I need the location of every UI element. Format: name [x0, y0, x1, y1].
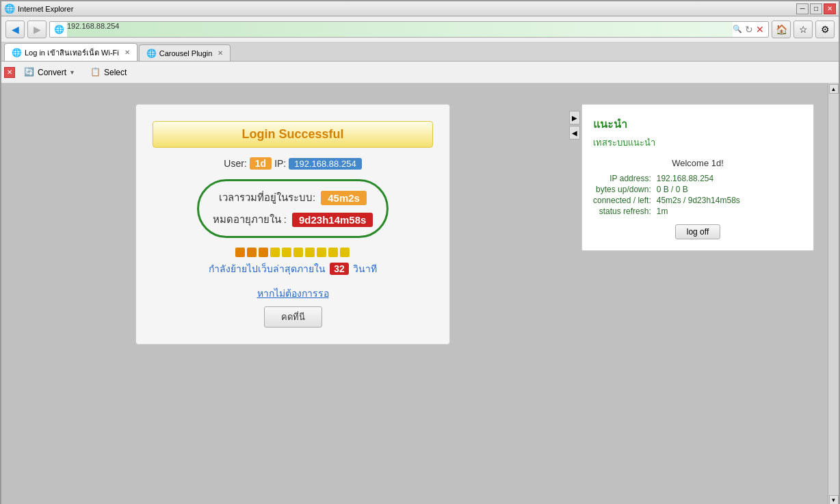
right-panel-container: ▶ ◀ แนะนำ เทสระบบแนะนำ Welcome 1d! IP ad… [581, 97, 814, 492]
stop-icon[interactable]: ✕ [756, 24, 764, 35]
panel-toggle-up[interactable]: ▶ [569, 111, 580, 124]
panel-toggle: ▶ ◀ [569, 111, 580, 140]
home-button[interactable]: 🏠 [772, 21, 791, 38]
expires-value: 9d23h14m58s [292, 213, 373, 227]
prog-bar-2 [247, 248, 257, 257]
tab-close-carousel[interactable]: ✕ [218, 49, 223, 57]
tab-label-carousel: Carousel Plugin [159, 49, 213, 57]
expires-row: หมดอายุภายใน : 9d23h14m58s [213, 211, 373, 228]
select-label: Select [104, 68, 127, 77]
panel-info: IP address: 192.168.88.254 bytes up/down… [593, 174, 802, 216]
countdown-unit: วินาที [353, 261, 377, 276]
address-input[interactable]: 192.168.88.254 [67, 22, 733, 37]
minimize-button[interactable]: ─ [796, 3, 809, 14]
convert-label: Convert [38, 68, 66, 77]
user-label: User: [224, 158, 246, 169]
refresh-info-label: status refresh: [593, 207, 651, 216]
user-ip-row: User: 1d IP: 192.168.88.254 [224, 157, 361, 170]
title-bar: 🌐 Internet Explorer ─ □ ✕ [1, 1, 839, 16]
user-value: 1d [250, 157, 272, 170]
favorites-button[interactable]: ☆ [793, 21, 813, 38]
tab-bar: 🌐 Log in เข้าสินเทอร์เน็ต Wi-Fi ✕ 🌐 Caro… [1, 42, 839, 62]
ip-info-label: IP address: [593, 174, 651, 183]
prog-bar-1 [235, 248, 245, 257]
click-here-button[interactable]: คดที่นี [264, 306, 322, 328]
no-wait-section: หากไม่ต้องการรอ คดที่นี [257, 286, 329, 328]
ip-info-value: 192.168.88.254 [657, 174, 802, 183]
address-bar: 🌐 192.168.88.254 🔍 ↻ ✕ [49, 21, 769, 38]
forward-button[interactable]: ▶ [27, 21, 47, 38]
refresh-icon[interactable]: ↻ [745, 24, 753, 35]
scroll-down-button[interactable]: ▼ [829, 495, 839, 504]
panel-toggle-down[interactable]: ◀ [569, 126, 580, 140]
address-icons: 🔍 ↻ ✕ [733, 24, 764, 35]
circled-section: เวลารวมที่อยู่ในระบบ: 45m2s หมดอายุภายใน… [197, 179, 389, 238]
tab-login[interactable]: 🌐 Log in เข้าสินเทอร์เน็ต Wi-Fi ✕ [4, 43, 137, 61]
right-scrollbar: ▲ ▼ [828, 83, 839, 504]
progress-bars [235, 248, 350, 257]
ip-value: 192.168.88.254 [289, 158, 361, 170]
convert-dropdown-arrow[interactable]: ▼ [69, 69, 75, 76]
tab-carousel[interactable]: 🌐 Carousel Plugin ✕ [139, 44, 231, 61]
panel-subtitle: เทสระบบแนะนำ [593, 135, 802, 150]
redirect-text: กำลังย้ายไปเว็บล่าสุดภายใน [209, 261, 326, 276]
prog-bar-3 [259, 248, 268, 257]
title-bar-left: 🌐 Internet Explorer [4, 3, 73, 14]
convert-icon: 🔄 [24, 67, 35, 78]
panel-welcome: Welcome 1d! [593, 158, 802, 168]
connected-info-label: connected / left: [593, 196, 651, 205]
close-button[interactable]: ✕ [824, 3, 836, 14]
time-in-system-value: 45m2s [321, 191, 367, 205]
toolbar-close-button[interactable]: ✕ [4, 67, 15, 78]
time-in-system-row: เวลารวมที่อยู่ในระบบ: 45m2s [219, 189, 367, 206]
tab-favicon-carousel: 🌐 [146, 49, 157, 58]
log-off-button[interactable]: log off [675, 224, 720, 239]
prog-bar-5 [282, 248, 291, 257]
progress-section: กำลังย้ายไปเว็บล่าสุดภายใน 32 วินาที [209, 248, 377, 276]
prog-bar-9 [328, 248, 338, 257]
browser-icon-small: 🌐 [54, 25, 64, 34]
refresh-info-value: 1m [657, 207, 802, 216]
browser-toolbar: ◀ ▶ 🌐 192.168.88.254 🔍 ↻ ✕ 🏠 ☆ ⚙ [1, 16, 839, 42]
prog-bar-7 [305, 248, 315, 257]
ip-label: IP: [274, 158, 286, 169]
right-panel: แนะนำ เทสระบบแนะนำ Welcome 1d! IP addres… [581, 104, 814, 251]
tab-favicon-login: 🌐 [12, 48, 22, 57]
prog-bar-8 [317, 248, 326, 257]
login-card-title: Login Successful [153, 121, 433, 148]
panel-title: แนะนำ [593, 116, 802, 133]
app-toolbar: ✕ 🔄 Convert ▼ 📋 Select [1, 62, 839, 83]
tab-close-login[interactable]: ✕ [124, 49, 130, 56]
login-card: Login Successful User: 1d IP: 192.168.88… [135, 104, 450, 345]
connected-info-value: 45m2s / 9d23h14m58s [657, 196, 802, 205]
expires-label: หมดอายุภายใน : [213, 211, 287, 228]
prog-bar-6 [293, 248, 303, 257]
time-in-system-label: เวลารวมที่อยู่ในระบบ: [219, 189, 315, 206]
maximize-button[interactable]: □ [810, 3, 822, 14]
scroll-up-button[interactable]: ▲ [829, 84, 839, 94]
bytes-info-value: 0 B / 0 B [657, 185, 802, 194]
no-wait-text: หากไม่ต้องการรอ [257, 286, 329, 301]
window-controls: ─ □ ✕ [796, 3, 836, 14]
tab-label-login: Log in เข้าสินเทอร์เน็ต Wi-Fi [25, 47, 119, 59]
convert-button[interactable]: 🔄 Convert ▼ [18, 64, 81, 81]
browser-icon: 🌐 [4, 3, 15, 14]
search-icon[interactable]: 🔍 [733, 25, 742, 34]
countdown-value: 32 [330, 263, 349, 275]
back-button[interactable]: ◀ [5, 21, 25, 38]
select-button[interactable]: 📋 Select [84, 64, 133, 81]
window-title: Internet Explorer [18, 5, 73, 13]
bytes-info-label: bytes up/down: [593, 185, 651, 194]
tools-button[interactable]: ⚙ [815, 21, 835, 38]
page-content: Login Successful User: 1d IP: 192.168.88… [1, 83, 828, 504]
select-icon: 📋 [90, 67, 101, 78]
content-area: Login Successful User: 1d IP: 192.168.88… [1, 83, 839, 504]
prog-bar-10 [340, 248, 350, 257]
prog-bar-4 [270, 248, 280, 257]
